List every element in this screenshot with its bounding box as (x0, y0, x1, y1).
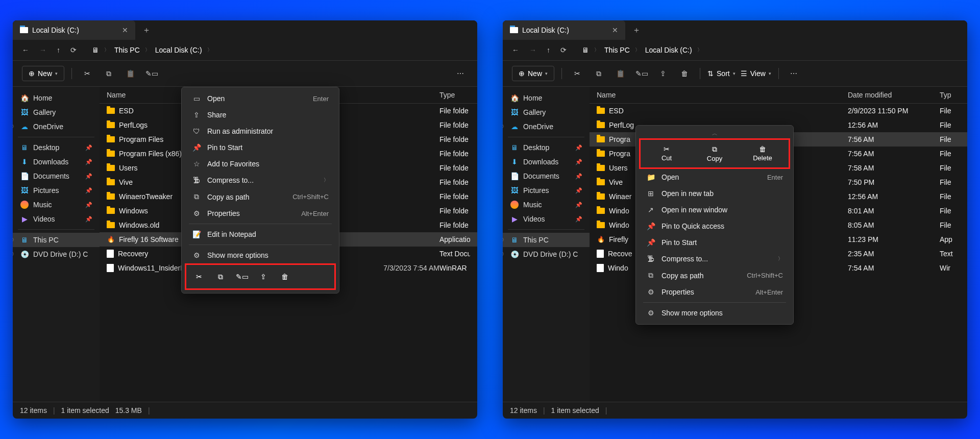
sidebar-documents[interactable]: 📄Documents📌 (13, 169, 100, 183)
sidebar-pictures[interactable]: 🖼Pictures📌 (503, 183, 590, 198)
close-icon[interactable]: ✕ (612, 26, 618, 34)
sidebar: 🏠Home 🖼Gallery 〉☁OneDrive 🖥Desktop📌 ⬇Dow… (13, 87, 100, 402)
ctx-notepad[interactable]: 📝Edit in Notepad (185, 226, 336, 242)
copy-icon[interactable]: ⧉ (101, 69, 117, 78)
toolbar: ⊕ New ▾ ✂ ⧉ 📋 ✎▭ ⋯ (13, 61, 477, 87)
ctx-copy[interactable]: ⧉Copy (691, 142, 739, 165)
refresh-button[interactable]: ⟳ (560, 46, 567, 54)
ctx-more[interactable]: ⚙Show more options (639, 305, 790, 321)
sidebar-documents[interactable]: 📄Documents📌 (503, 169, 590, 183)
bc-drive[interactable]: Local Disk (C:) (645, 46, 692, 54)
delete-icon[interactable]: 🗑 (676, 69, 693, 78)
copy-icon[interactable]: ⧉ (591, 69, 607, 78)
up-button[interactable]: ↑ (57, 46, 60, 54)
new-button[interactable]: ⊕ New ▾ (512, 66, 554, 81)
sidebar-pictures[interactable]: 🖼Pictures📌 (13, 183, 100, 198)
cut-icon[interactable]: ✂ (569, 69, 585, 78)
ctx-runas[interactable]: 🛡Run as administrator (185, 123, 336, 139)
ctx-pinstart[interactable]: 📌Pin to Start (185, 139, 336, 156)
ctx-open[interactable]: ▭OpenEnter (185, 90, 336, 107)
explorer-window-right: Local Disk (C:) ✕ ＋ ← → ↑ ⟳ 🖥〉 This PC〉 … (503, 20, 967, 419)
sidebar-videos[interactable]: ▶Videos📌 (13, 212, 100, 226)
ctx-cut-icon[interactable]: ✂ (189, 268, 209, 285)
breadcrumb[interactable]: 🖥〉 This PC〉 Local Disk (C:)〉 (92, 46, 212, 54)
paste-icon[interactable]: 📋 (122, 69, 138, 78)
col-type[interactable]: Type (439, 91, 470, 99)
paste-icon[interactable]: 📋 (612, 69, 628, 78)
forward-button[interactable]: → (529, 46, 536, 54)
sidebar-gallery[interactable]: 🖼Gallery (13, 105, 100, 119)
new-tab-button[interactable]: ＋ (625, 25, 648, 36)
ctx-delete[interactable]: 🗑Delete (739, 142, 787, 165)
chevron-up-icon[interactable]: ︿ (639, 129, 790, 138)
sidebar-videos[interactable]: ▶Videos📌 (503, 212, 590, 226)
ctx-properties[interactable]: ⚙PropertiesAlt+Enter (639, 284, 790, 300)
ctx-compress[interactable]: 🗜Compress to...〉 (639, 251, 790, 267)
tab[interactable]: Local Disk (C:) ✕ (13, 20, 135, 40)
up-button[interactable]: ↑ (547, 46, 550, 54)
ctx-share[interactable]: ⇪Share (185, 107, 336, 123)
ctx-delete-icon[interactable]: 🗑 (275, 268, 295, 285)
sidebar-gallery[interactable]: 🖼Gallery (503, 105, 590, 119)
sidebar-dvd[interactable]: 〉💿DVD Drive (D:) C (13, 247, 100, 261)
breadcrumb[interactable]: 🖥〉 This PC〉 Local Disk (C:)〉 (582, 46, 702, 54)
more-icon[interactable]: ⋯ (453, 69, 468, 78)
ctx-properties[interactable]: ⚙PropertiesAlt+Enter (185, 205, 336, 222)
ctx-labeled-actions: ✂Cut ⧉Copy 🗑Delete (639, 138, 790, 169)
sidebar-onedrive[interactable]: 〉☁OneDrive (503, 119, 590, 134)
sidebar-downloads[interactable]: ⬇Downloads📌 (503, 155, 590, 169)
sidebar-music[interactable]: Music📌 (503, 198, 590, 212)
table-row[interactable]: ESD 2/9/2023 11:50 PM File (590, 104, 967, 118)
sort-button[interactable]: ⇅Sort▾ (707, 69, 736, 78)
sidebar-onedrive[interactable]: 〉☁OneDrive (13, 119, 100, 134)
sidebar-dvd[interactable]: 〉💿DVD Drive (D:) C (503, 247, 590, 261)
ctx-copypath[interactable]: ⧉Copy as pathCtrl+Shift+C (639, 267, 790, 284)
back-button[interactable]: ← (22, 46, 29, 54)
cut-icon[interactable]: ✂ (79, 69, 95, 78)
new-tab-button[interactable]: ＋ (135, 25, 158, 36)
forward-button[interactable]: → (39, 46, 46, 54)
bc-thispc[interactable]: This PC (114, 46, 140, 54)
ctx-open[interactable]: 📁OpenEnter (639, 169, 790, 185)
ctx-share-icon[interactable]: ⇪ (254, 268, 273, 285)
ctx-pinquick[interactable]: 📌Pin to Quick access (639, 218, 790, 234)
column-headers[interactable]: Name Date modified Typ (590, 87, 967, 104)
sidebar-downloads[interactable]: ⬇Downloads📌 (13, 155, 100, 169)
ctx-pinstart[interactable]: 📌Pin to Start (639, 234, 790, 251)
context-menu: ︿ ✂Cut ⧉Copy 🗑Delete 📁OpenEnter ⊞Open in… (635, 125, 794, 325)
sidebar-home[interactable]: 🏠Home (13, 91, 100, 105)
ctx-newwin[interactable]: ↗Open in new window (639, 202, 790, 218)
col-date[interactable]: Date modified (848, 91, 940, 99)
sidebar-music[interactable]: Music📌 (13, 198, 100, 212)
sidebar-thispc[interactable]: 〉🖥This PC (13, 233, 100, 247)
view-button[interactable]: ☰View▾ (741, 69, 771, 78)
new-button[interactable]: ⊕ New ▾ (22, 66, 64, 81)
sidebar-home[interactable]: 🏠Home (503, 91, 590, 105)
refresh-button[interactable]: ⟳ (70, 46, 77, 54)
sidebar-thispc[interactable]: 〉🖥This PC (503, 233, 590, 247)
col-name[interactable]: Name (597, 91, 848, 99)
ctx-addfav[interactable]: ☆Add to Favorites (185, 156, 336, 172)
ctx-newtab[interactable]: ⊞Open in new tab (639, 185, 790, 202)
ctx-more[interactable]: ⚙Show more options (185, 247, 336, 263)
more-icon[interactable]: ⋯ (786, 69, 801, 78)
bc-thispc[interactable]: This PC (604, 46, 630, 54)
rename-icon[interactable]: ✎▭ (143, 69, 160, 78)
tab[interactable]: Local Disk (C:) ✕ (503, 20, 625, 40)
sidebar-desktop[interactable]: 🖥Desktop📌 (503, 140, 590, 155)
status-bar: 12 items | 1 item selected 15.3 MB | (13, 402, 477, 419)
sidebar-desktop[interactable]: 🖥Desktop📌 (13, 140, 100, 155)
back-button[interactable]: ← (512, 46, 519, 54)
ctx-compress[interactable]: 🗜Compress to...〉 (185, 172, 336, 188)
close-icon[interactable]: ✕ (122, 26, 128, 34)
col-type[interactable]: Typ (940, 91, 960, 99)
ctx-copypath[interactable]: ⧉Copy as pathCtrl+Shift+C (185, 188, 336, 205)
delete-icon: 🗑 (759, 145, 766, 153)
ctx-cut[interactable]: ✂Cut (643, 142, 691, 165)
bc-drive[interactable]: Local Disk (C:) (155, 46, 202, 54)
share-icon[interactable]: ⇪ (655, 69, 671, 78)
rename-icon[interactable]: ✎▭ (633, 69, 650, 78)
navbar: ← → ↑ ⟳ 🖥〉 This PC〉 Local Disk (C:)〉 (503, 40, 967, 61)
ctx-rename-icon[interactable]: ✎▭ (232, 268, 252, 285)
ctx-copy-icon[interactable]: ⧉ (211, 268, 230, 285)
